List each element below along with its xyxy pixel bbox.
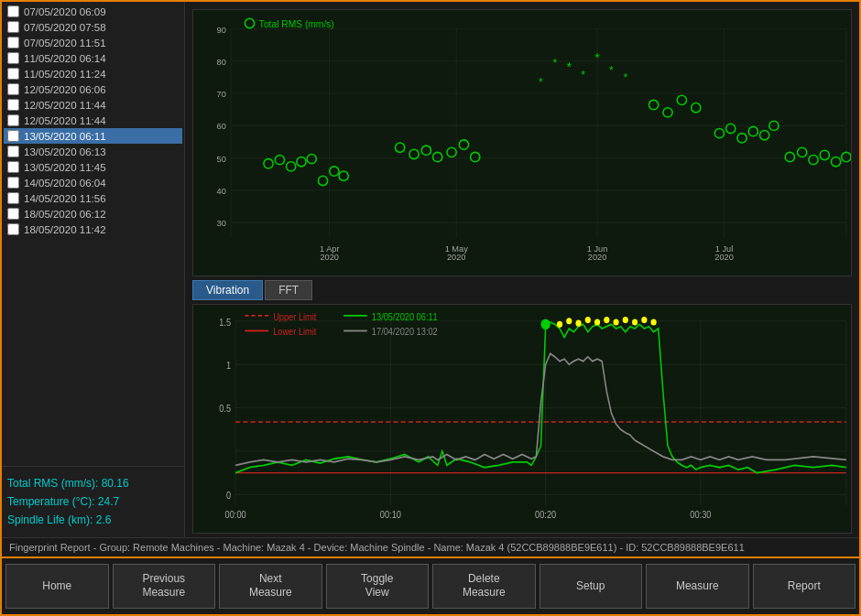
svg-point-98 xyxy=(575,320,581,327)
svg-point-64 xyxy=(809,155,818,164)
svg-point-62 xyxy=(785,152,794,161)
svg-point-30 xyxy=(264,159,273,168)
date-item[interactable]: 18/05/2020 11:42 xyxy=(4,222,182,237)
date-checkbox[interactable] xyxy=(7,192,19,204)
date-checkbox[interactable] xyxy=(7,83,19,95)
date-item[interactable]: 12/05/2020 06:06 xyxy=(4,81,182,97)
date-item[interactable]: 12/05/2020 11:44 xyxy=(4,113,182,128)
svg-point-104 xyxy=(632,319,638,325)
date-item[interactable]: 12/05/2020 11:44 xyxy=(4,97,182,113)
svg-point-57 xyxy=(726,124,736,133)
date-item[interactable]: 14/05/2020 06:04 xyxy=(4,175,182,190)
date-label: 18/05/2020 06:12 xyxy=(24,209,106,220)
date-checkbox[interactable] xyxy=(7,99,19,111)
svg-point-52 xyxy=(648,100,658,109)
date-checkbox[interactable] xyxy=(7,68,19,80)
status-bar: Fingerprint Report - Group: Remote Machi… xyxy=(2,537,859,557)
date-item[interactable]: 13/05/2020 11:45 xyxy=(4,159,182,175)
date-checkbox[interactable] xyxy=(7,5,19,17)
date-checkbox[interactable] xyxy=(7,146,19,157)
scatter-chart-container: 90 80 70 60 50 40 30 1 Apr 2020 1 May 20… xyxy=(185,2,859,276)
tab-bar: Vibration FFT xyxy=(192,280,852,300)
svg-point-97 xyxy=(566,318,572,324)
date-list[interactable]: 07/05/2020 06:0907/05/2020 07:5807/05/20… xyxy=(2,2,184,466)
date-checkbox[interactable] xyxy=(7,37,19,49)
svg-text:70: 70 xyxy=(217,90,226,99)
date-item[interactable]: 11/05/2020 06:14 xyxy=(4,50,182,66)
top-section: 07/05/2020 06:0907/05/2020 07:5807/05/20… xyxy=(2,2,859,537)
scatter-chart: 90 80 70 60 50 40 30 1 Apr 2020 1 May 20… xyxy=(192,9,852,276)
setup-button[interactable]: Setup xyxy=(539,564,643,609)
report-button[interactable]: Report xyxy=(753,564,856,609)
spindle-stat: Spindle Life (km): 2.6 xyxy=(7,511,179,529)
svg-text:2020: 2020 xyxy=(714,253,734,262)
date-checkbox[interactable] xyxy=(7,52,19,64)
svg-point-37 xyxy=(339,171,348,180)
date-item[interactable]: 11/05/2020 11:24 xyxy=(4,66,182,81)
svg-point-59 xyxy=(748,126,757,135)
svg-text:Lower Limit: Lower Limit xyxy=(273,327,316,338)
svg-text:*: * xyxy=(581,69,585,81)
date-checkbox[interactable] xyxy=(7,177,19,189)
date-checkbox[interactable] xyxy=(7,21,19,33)
scatter-svg: 90 80 70 60 50 40 30 1 Apr 2020 1 May 20… xyxy=(193,10,851,276)
date-label: 14/05/2020 11:56 xyxy=(24,193,106,204)
svg-text:17/04/2020 13:02: 17/04/2020 13:02 xyxy=(372,327,438,338)
date-item[interactable]: 13/05/2020 06:13 xyxy=(4,144,182,159)
vibration-svg: 1.5 1 0.5 0 00:00 00:10 00:20 00:30 Uppe… xyxy=(193,305,851,533)
vibration-chart: 1.5 1 0.5 0 00:00 00:10 00:20 00:30 Uppe… xyxy=(192,304,852,534)
vibration-bg: 1.5 1 0.5 0 00:00 00:10 00:20 00:30 Uppe… xyxy=(192,304,852,534)
svg-text:2020: 2020 xyxy=(320,253,339,262)
measure-button[interactable]: Measure xyxy=(646,564,749,609)
temp-stat: Temperature (°C): 24.7 xyxy=(7,492,179,511)
tab-fft[interactable]: FFT xyxy=(265,280,312,300)
svg-text:2020: 2020 xyxy=(447,253,466,262)
date-checkbox[interactable] xyxy=(7,223,19,235)
date-label: 13/05/2020 06:13 xyxy=(24,146,106,157)
svg-point-102 xyxy=(613,319,618,325)
date-checkbox[interactable] xyxy=(7,114,19,126)
svg-point-53 xyxy=(663,108,672,117)
date-label: 07/05/2020 11:51 xyxy=(24,38,106,49)
date-label: 12/05/2020 11:44 xyxy=(24,100,106,111)
tab-vibration[interactable]: Vibration xyxy=(192,280,263,300)
delete-measure-button[interactable]: Delete Measure xyxy=(432,564,536,609)
vibration-section: Vibration FFT xyxy=(185,276,859,537)
right-panel: 90 80 70 60 50 40 30 1 Apr 2020 1 May 20… xyxy=(185,2,859,537)
svg-text:*: * xyxy=(594,50,600,65)
svg-text:00:20: 00:20 xyxy=(535,510,557,521)
date-item[interactable]: 07/05/2020 06:09 xyxy=(4,4,182,19)
svg-point-41 xyxy=(433,152,442,161)
date-checkbox[interactable] xyxy=(7,208,19,220)
home-button[interactable]: Home xyxy=(5,564,109,609)
date-label: 11/05/2020 11:24 xyxy=(24,69,106,80)
svg-point-99 xyxy=(585,317,591,323)
date-checkbox[interactable] xyxy=(7,130,19,142)
date-item[interactable]: 13/05/2020 06:11 xyxy=(4,128,182,144)
svg-point-106 xyxy=(651,319,657,325)
toggle-view-button[interactable]: Toggle View xyxy=(326,564,430,609)
svg-text:*: * xyxy=(539,76,543,89)
svg-point-55 xyxy=(692,103,701,113)
svg-text:90: 90 xyxy=(217,26,226,35)
svg-point-60 xyxy=(760,131,769,140)
next-measure-button[interactable]: Next Measure xyxy=(219,564,322,609)
svg-point-66 xyxy=(831,157,840,167)
svg-point-42 xyxy=(447,147,456,157)
date-item[interactable]: 18/05/2020 06:12 xyxy=(4,206,182,222)
svg-text:00:00: 00:00 xyxy=(225,510,247,521)
date-checkbox[interactable] xyxy=(7,161,19,173)
svg-point-32 xyxy=(287,162,296,171)
date-item[interactable]: 14/05/2020 11:56 xyxy=(4,190,182,206)
main-layout: 07/05/2020 06:0907/05/2020 07:5807/05/20… xyxy=(2,2,859,614)
svg-text:13/05/2020 06:11: 13/05/2020 06:11 xyxy=(372,311,438,322)
svg-point-36 xyxy=(330,167,339,176)
svg-point-105 xyxy=(641,317,647,323)
svg-point-100 xyxy=(594,319,600,325)
date-item[interactable]: 07/05/2020 07:58 xyxy=(4,19,182,35)
date-label: 18/05/2020 11:42 xyxy=(24,224,106,235)
date-label: 12/05/2020 11:44 xyxy=(24,115,106,126)
svg-point-96 xyxy=(557,321,562,328)
previous-measure-button[interactable]: Previous Measure xyxy=(113,564,216,609)
date-item[interactable]: 07/05/2020 11:51 xyxy=(4,35,182,50)
